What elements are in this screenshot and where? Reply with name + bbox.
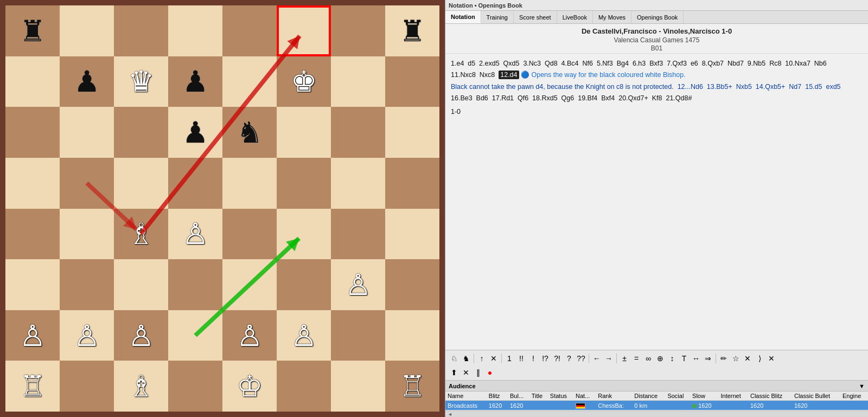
- square-3-7[interactable]: [385, 158, 439, 209]
- square-3-1[interactable]: [60, 158, 114, 209]
- square-3-6[interactable]: [331, 158, 385, 209]
- square-6-1[interactable]: ♙: [60, 310, 114, 361]
- square-0-7[interactable]: ♜: [385, 5, 439, 56]
- square-3-5[interactable]: [277, 158, 331, 209]
- square-4-3[interactable]: ♙: [168, 209, 222, 260]
- toolbar-black-knight[interactable]: ♞: [461, 353, 471, 364]
- square-5-3[interactable]: [168, 259, 222, 310]
- square-0-4[interactable]: [222, 5, 277, 56]
- square-1-7[interactable]: [385, 56, 439, 107]
- square-7-0[interactable]: ♖: [5, 361, 60, 412]
- tab-training[interactable]: Training: [481, 11, 514, 23]
- toolbar-pencil[interactable]: ✏: [718, 353, 729, 364]
- square-1-3[interactable]: ♟: [168, 56, 222, 107]
- tab-notation[interactable]: Notation: [445, 11, 481, 23]
- toolbar-right-arrow[interactable]: →: [603, 353, 614, 364]
- tab-my-moves[interactable]: My Moves: [593, 11, 631, 23]
- square-2-7[interactable]: [385, 107, 439, 158]
- toolbar-x[interactable]: ✕: [742, 353, 753, 364]
- square-5-5[interactable]: [277, 259, 331, 310]
- square-6-2[interactable]: ♙: [114, 310, 168, 361]
- square-1-6[interactable]: [331, 56, 385, 107]
- toolbar-up-arrow[interactable]: ↑: [476, 353, 487, 364]
- toolbar-equals[interactable]: =: [631, 353, 642, 364]
- tab-livebook[interactable]: LiveBook: [557, 11, 593, 23]
- toolbar-1[interactable]: 1: [504, 353, 515, 364]
- toolbar-updown[interactable]: ↕: [667, 353, 678, 364]
- square-2-3[interactable]: ♟: [168, 107, 222, 158]
- square-2-1[interactable]: [60, 107, 114, 158]
- square-4-6[interactable]: [331, 209, 385, 260]
- tab-score-sheet[interactable]: Score sheet: [514, 11, 557, 23]
- square-4-1[interactable]: [60, 209, 114, 260]
- square-2-6[interactable]: [331, 107, 385, 158]
- toolbar-exclaim-q[interactable]: !?: [540, 353, 551, 364]
- toolbar-exclaim[interactable]: !: [528, 353, 539, 364]
- square-5-7[interactable]: [385, 259, 439, 310]
- square-0-2[interactable]: [114, 5, 168, 56]
- square-7-5[interactable]: [277, 361, 331, 412]
- notation-text[interactable]: 1.e4 d5 2.exd5 Qxd5 3.Nc3 Qd8 4.Bc4 Nf6 …: [445, 54, 868, 350]
- toolbar-x2[interactable]: ✕: [461, 367, 471, 378]
- toolbar-up2[interactable]: ⬆: [449, 367, 459, 378]
- square-6-5[interactable]: ♙: [277, 310, 331, 361]
- square-4-5[interactable]: [277, 209, 331, 260]
- square-5-0[interactable]: [5, 259, 60, 310]
- square-2-2[interactable]: [114, 107, 168, 158]
- square-7-3[interactable]: [168, 361, 222, 412]
- square-0-6[interactable]: [331, 5, 385, 56]
- square-7-2[interactable]: ♗: [114, 361, 168, 412]
- square-6-0[interactable]: ♙: [5, 310, 60, 361]
- tab-openings-book[interactable]: Openings Book: [631, 11, 684, 23]
- square-7-1[interactable]: [60, 361, 114, 412]
- square-4-2[interactable]: ♗: [114, 209, 168, 260]
- scrollbar-hint[interactable]: ◄: [445, 410, 868, 417]
- square-1-1[interactable]: ♟: [60, 56, 114, 107]
- toolbar-q-exclaim[interactable]: ?!: [552, 353, 563, 364]
- square-2-0[interactable]: [5, 107, 60, 158]
- square-7-4[interactable]: ♔: [222, 361, 277, 412]
- square-1-2[interactable]: ♛: [114, 56, 168, 107]
- square-0-0[interactable]: ♜: [5, 5, 60, 56]
- toolbar-pause[interactable]: ‖: [473, 367, 483, 378]
- square-4-7[interactable]: [385, 209, 439, 260]
- square-4-4[interactable]: [222, 209, 277, 260]
- square-7-7[interactable]: ♖: [385, 361, 439, 412]
- square-2-5[interactable]: [277, 107, 331, 158]
- toolbar-double-exclaim[interactable]: !!: [516, 353, 527, 364]
- square-1-5[interactable]: ♚: [277, 56, 331, 107]
- toolbar-T[interactable]: T: [679, 353, 690, 364]
- toolbar-infinity[interactable]: ∞: [643, 353, 654, 364]
- square-3-0[interactable]: [5, 158, 60, 209]
- square-1-0[interactable]: [5, 56, 60, 107]
- toolbar-plus-minus[interactable]: ±: [619, 353, 630, 364]
- square-5-6[interactable]: ♙: [331, 259, 385, 310]
- square-4-0[interactable]: [5, 209, 60, 260]
- toolbar-left-arrow[interactable]: ←: [591, 353, 602, 364]
- toolbar-double-right[interactable]: ⇒: [703, 353, 713, 364]
- square-5-2[interactable]: [114, 259, 168, 310]
- square-5-4[interactable]: [222, 259, 277, 310]
- square-6-3[interactable]: [168, 310, 222, 361]
- toolbar-close2[interactable]: ✕: [766, 353, 777, 364]
- square-6-4[interactable]: ♙: [222, 310, 277, 361]
- square-5-1[interactable]: [60, 259, 114, 310]
- toolbar-question[interactable]: ?: [564, 353, 575, 364]
- toolbar-bracket[interactable]: ⟩: [754, 353, 765, 364]
- toolbar-double-question[interactable]: ??: [576, 353, 586, 364]
- toolbar-red-circle[interactable]: ●: [484, 367, 495, 378]
- square-3-3[interactable]: [168, 158, 222, 209]
- square-3-2[interactable]: [114, 158, 168, 209]
- square-7-6[interactable]: [331, 361, 385, 412]
- square-0-3[interactable]: [168, 5, 222, 56]
- square-6-6[interactable]: [331, 310, 385, 361]
- square-6-7[interactable]: [385, 310, 439, 361]
- toolbar-circle-plus[interactable]: ⊕: [655, 353, 666, 364]
- toolbar-close[interactable]: ✕: [488, 353, 499, 364]
- audience-collapse[interactable]: ▼: [859, 383, 865, 389]
- square-0-1[interactable]: [60, 5, 114, 56]
- scroll-left-arrow[interactable]: ◄: [448, 412, 452, 417]
- square-0-5[interactable]: [277, 5, 331, 56]
- square-3-4[interactable]: [222, 158, 277, 209]
- toolbar-white-knight[interactable]: ♘: [449, 353, 459, 364]
